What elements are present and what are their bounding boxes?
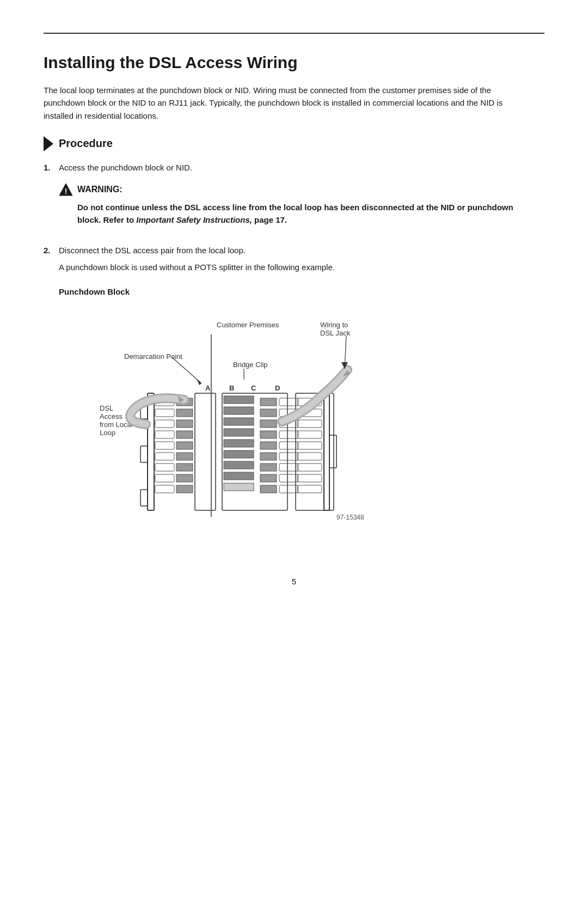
svg-rect-79	[324, 393, 329, 510]
svg-text:Wiring to: Wiring to	[320, 321, 348, 329]
step-1-number: 1.	[44, 161, 59, 236]
svg-rect-46	[224, 472, 254, 480]
svg-text:!: !	[65, 187, 68, 196]
svg-rect-47	[224, 483, 254, 491]
procedure-header: Procedure	[44, 136, 544, 151]
svg-rect-36	[176, 474, 193, 482]
svg-rect-68	[297, 420, 322, 428]
svg-rect-28	[176, 431, 193, 438]
page-number: 5	[44, 577, 544, 586]
svg-rect-25	[155, 420, 174, 428]
svg-marker-7	[197, 379, 201, 385]
svg-rect-23	[155, 409, 174, 417]
svg-rect-44	[224, 450, 254, 458]
procedure-title: Procedure	[59, 137, 113, 150]
svg-rect-40	[224, 407, 254, 414]
svg-rect-45	[224, 461, 254, 469]
step-2-text: Disconnect the DSL access pair from the …	[59, 246, 246, 255]
step-1: 1. Access the punchdown block or NID. ! …	[44, 161, 544, 236]
step-2: 2. Disconnect the DSL access pair from t…	[44, 244, 544, 534]
warning-text-before: Do not continue unless the DSL access li…	[77, 203, 513, 224]
page-title: Installing the DSL Access Wiring	[44, 53, 544, 72]
step-2-subtext: A punchdown block is used without a POTS…	[59, 261, 544, 273]
svg-rect-74	[297, 485, 322, 493]
diagram-title: Punchdown Block	[59, 285, 544, 298]
warning-label: WARNING:	[77, 183, 122, 197]
svg-rect-62	[260, 474, 277, 482]
svg-text:DSL: DSL	[100, 404, 113, 412]
svg-text:B: B	[229, 384, 234, 392]
svg-rect-29	[155, 442, 174, 449]
step-1-text: Access the punchdown block or NID.	[59, 163, 192, 172]
svg-text:Access: Access	[100, 412, 122, 420]
svg-rect-48	[260, 398, 277, 406]
customer-premises-label: Customer Premises	[217, 321, 279, 329]
warning-icon: !	[59, 182, 73, 197]
svg-rect-71	[297, 453, 322, 460]
step-list: 1. Access the punchdown block or NID. ! …	[44, 161, 544, 534]
svg-rect-37	[155, 485, 174, 493]
svg-rect-18	[195, 393, 216, 510]
svg-rect-33	[155, 463, 174, 471]
svg-rect-77	[140, 446, 148, 462]
svg-rect-78	[140, 490, 148, 506]
svg-rect-39	[224, 396, 254, 404]
svg-rect-64	[260, 485, 277, 493]
svg-rect-24	[176, 409, 193, 417]
svg-rect-30	[176, 442, 193, 449]
svg-rect-35	[155, 474, 174, 482]
svg-rect-41	[224, 418, 254, 425]
svg-rect-27	[155, 431, 174, 438]
step-2-number: 2.	[44, 244, 59, 534]
diagram-wrapper: Customer Premises Wiring to DSL Jack Dem…	[70, 304, 396, 533]
svg-rect-32	[176, 453, 193, 460]
svg-text:DSL Jack: DSL Jack	[320, 329, 351, 337]
svg-text:Demarcation Point: Demarcation Point	[124, 352, 182, 361]
svg-rect-80	[329, 435, 336, 468]
warning-box: ! WARNING: Do not continue unless the DS…	[59, 182, 544, 227]
warning-header: ! WARNING:	[59, 182, 544, 197]
svg-rect-58	[260, 453, 277, 460]
procedure-arrow-icon	[44, 136, 53, 151]
svg-rect-60	[260, 463, 277, 471]
svg-rect-31	[155, 453, 174, 460]
svg-text:Bridge Clip: Bridge Clip	[233, 361, 268, 369]
svg-rect-34	[176, 463, 193, 471]
svg-rect-73	[297, 474, 322, 482]
svg-text:D: D	[275, 384, 280, 392]
svg-rect-38	[176, 485, 193, 493]
svg-rect-75	[148, 393, 154, 510]
svg-rect-54	[260, 431, 277, 438]
svg-rect-72	[297, 463, 322, 471]
svg-text:Loop: Loop	[100, 429, 115, 437]
svg-rect-70	[297, 442, 322, 449]
svg-rect-56	[260, 442, 277, 449]
step-1-content: Access the punchdown block or NID. ! WAR…	[59, 161, 544, 236]
warning-text: Do not continue unless the DSL access li…	[77, 201, 524, 227]
svg-rect-69	[297, 431, 322, 438]
intro-paragraph: The local loop terminates at the punchdo…	[44, 84, 517, 122]
svg-rect-50	[260, 409, 277, 417]
svg-rect-26	[176, 420, 193, 428]
svg-rect-52	[260, 420, 277, 428]
svg-text:C: C	[251, 384, 256, 392]
page: Installing the DSL Access Wiring The loc…	[0, 0, 588, 909]
top-rule	[44, 33, 544, 34]
step-2-content: Disconnect the DSL access pair from the …	[59, 244, 544, 534]
punchdown-block-diagram: Customer Premises Wiring to DSL Jack Dem…	[70, 304, 396, 533]
diagram-section: Punchdown Block Customer Premises Wiring…	[59, 285, 544, 533]
svg-rect-43	[224, 440, 254, 447]
svg-text:A: A	[205, 384, 211, 392]
svg-rect-42	[224, 429, 254, 436]
svg-text:97-15348: 97-15348	[336, 514, 364, 521]
